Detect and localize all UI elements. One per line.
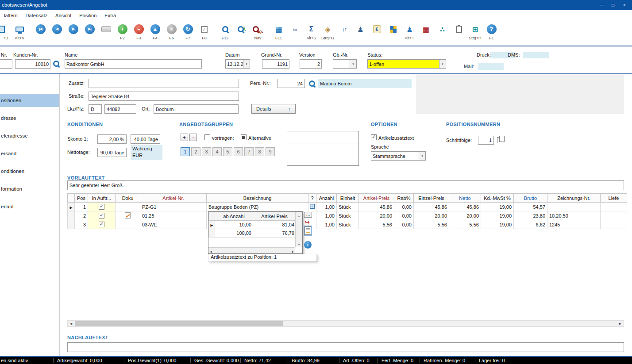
skonto-tage-field[interactable]: 40,00 Tage — [131, 134, 160, 144]
cell-brutto[interactable]: 23,80 — [514, 211, 547, 220]
in-auftrag-checkbox[interactable] — [99, 204, 104, 210]
grund-nr-field[interactable]: 1191 — [262, 59, 289, 69]
cell-in-auftrag[interactable] — [88, 220, 116, 229]
kunden-nr-field[interactable]: 10010 — [15, 59, 50, 69]
artikelzusatztext-checkbox[interactable] — [371, 134, 377, 140]
cell-zeichnungs-nr[interactable]: 10.20.50 — [547, 211, 601, 220]
plz-field[interactable]: 44892 — [104, 104, 136, 114]
cell-mwst[interactable]: 19,00 — [481, 211, 514, 220]
cell-rabatt[interactable]: 0,00 — [394, 203, 414, 211]
nr-field[interactable] — [0, 59, 12, 69]
toolbar-button-help[interactable]: ? F1 — [483, 24, 500, 40]
in-auftrag-checkbox[interactable] — [99, 222, 104, 227]
cell-anzahl[interactable]: 1,00 — [316, 211, 337, 220]
cell-einheit[interactable]: Stück — [337, 203, 359, 211]
pp-cell-ab[interactable]: 10,00 — [215, 221, 253, 229]
alternative-checkbox[interactable] — [241, 134, 247, 140]
toolbar-button-handshake[interactable]: ◈ Strg+G — [320, 24, 336, 40]
gruppe-button-6[interactable]: 6 — [234, 147, 243, 156]
toolbar-button-first-record[interactable]: |◀ — [32, 24, 49, 40]
toolbar-button-person-card[interactable]: ♟ Alt+T — [401, 24, 418, 40]
menu-datensatz[interactable]: Datensatz — [22, 11, 52, 20]
menu-ansicht[interactable]: Ansicht — [51, 11, 75, 20]
kunden-search-icon[interactable] — [53, 60, 60, 67]
name-field[interactable]: Radkontor GmbH — [65, 59, 202, 69]
skonto-field[interactable]: 2,00 % — [97, 134, 127, 144]
scroll-left-icon[interactable] — [68, 321, 74, 326]
cell-flag[interactable] — [308, 203, 316, 211]
cell-einheit[interactable]: Stück — [337, 211, 359, 220]
gruppen-listbox[interactable] — [287, 131, 359, 166]
cell-brutto[interactable]: 6,62 — [514, 220, 547, 229]
cell-bezeichnung[interactable]: Baugruppe Boden (PZ) — [207, 203, 308, 211]
vortragen-checkbox[interactable] — [204, 134, 210, 140]
toolbar-button-sum[interactable]: Σ Alt+S — [303, 24, 320, 40]
sidebar-item-verlauf[interactable]: erlauf — [0, 200, 59, 213]
cell-mwst[interactable]: 19,00 — [481, 203, 514, 211]
cell-netto[interactable]: 5,56 — [449, 220, 481, 229]
pers-search-icon[interactable] — [308, 80, 316, 87]
cell-doku[interactable] — [116, 211, 140, 220]
info-icon[interactable]: i — [304, 241, 312, 249]
popup-vertical-scrollbar[interactable] — [295, 212, 302, 247]
cell-in-auftrag[interactable] — [88, 211, 116, 220]
toolbar-button-page[interactable] — [98, 24, 114, 40]
status-dropdown-icon[interactable] — [439, 60, 446, 68]
cell-rabatt[interactable]: 0,00 — [394, 220, 414, 229]
datum-dropdown-icon[interactable] — [243, 60, 250, 68]
toolbar-button-monitor[interactable]: Alt+V — [12, 24, 28, 40]
cell-liefer[interactable] — [601, 211, 627, 220]
gruppe-button-8[interactable]: 8 — [255, 147, 264, 156]
toolbar-button-cancel[interactable]: × F6 — [163, 24, 180, 40]
scroll-up-icon[interactable] — [298, 213, 301, 218]
status-field[interactable]: 1-offen — [367, 59, 446, 69]
cell-doku[interactable] — [116, 203, 140, 211]
pers-nr-field[interactable]: 24 — [277, 79, 305, 88]
gruppe-button-9[interactable]: 9 — [266, 147, 275, 156]
pp-row-selector[interactable] — [209, 221, 215, 229]
mail-field[interactable] — [478, 63, 504, 70]
cell-artikel-preis[interactable]: 20,00 — [359, 211, 394, 220]
cell-anzahl[interactable]: 1,00 — [316, 203, 337, 211]
document-icon[interactable] — [304, 226, 311, 235]
cell-einzel-preis[interactable]: 45,86 — [414, 203, 449, 211]
toolbar-button-flow-add[interactable]: ⊞ Strg+H — [467, 24, 483, 40]
row-selector[interactable] — [68, 203, 75, 211]
sidebar-item-lieferadresse[interactable]: eferadresse — [0, 129, 59, 142]
toolbar-button-search-sql[interactable]: SQL Nav — [250, 24, 266, 40]
cell-pos[interactable]: 2 — [75, 211, 88, 220]
zusatz-field[interactable] — [89, 79, 239, 88]
sidebar-item-positionen[interactable]: ositionen — [0, 94, 59, 107]
row-selector[interactable] — [68, 211, 75, 220]
menu-position[interactable]: Position — [75, 11, 100, 20]
gruppe-button-2[interactable]: 2 — [191, 147, 200, 156]
cell-artikel-nr[interactable]: 01.25 — [140, 211, 207, 220]
sidebar-item-adresse[interactable]: dresse — [0, 111, 59, 125]
nachlauftext-field[interactable] — [67, 342, 624, 352]
toolbar-button-sort[interactable]: ↓↑ — [336, 24, 352, 40]
cell-netto[interactable]: 20,00 — [449, 211, 481, 220]
schrittfolge-field[interactable]: 1 — [478, 136, 494, 145]
sprache-field[interactable]: Stammsprache — [371, 151, 426, 161]
toolbar-button-confirm[interactable]: ✓ F8 — [196, 24, 212, 40]
toolbar-button-person-note[interactable]: ♟ — [352, 24, 369, 40]
cell-pos[interactable]: 3 — [75, 220, 88, 229]
toolbar-button-new[interactable]: + F2 — [114, 24, 131, 40]
cell-netto[interactable]: 45,86 — [449, 203, 481, 211]
sidebar-item-versand[interactable]: ersand — [0, 147, 59, 160]
table-horizontal-scrollbar[interactable] — [67, 320, 624, 327]
sprache-dropdown-icon[interactable] — [419, 152, 425, 160]
pp-row-selector[interactable] — [209, 229, 215, 238]
toolbar-button-window-partial[interactable]: +D — [0, 24, 12, 40]
pp-cell-ab[interactable]: 100,00 — [215, 229, 253, 238]
pp-cell-preis[interactable]: 81,04 — [253, 221, 296, 229]
toolbar-button-next-record[interactable]: ▶ — [65, 24, 81, 40]
gruppe-remove-button[interactable]: - — [189, 134, 197, 141]
nettotage-field[interactable]: 90,00 Tage — [97, 148, 127, 157]
scroll-down-icon[interactable] — [298, 241, 301, 246]
toolbar-button-invoice-euro[interactable]: € — [369, 24, 385, 40]
minimize-button[interactable]: ─ — [596, 3, 607, 8]
insert-return-icon[interactable]: ↪ — [304, 218, 310, 226]
scroll-left-icon[interactable] — [210, 248, 212, 253]
cell-einzel-preis[interactable]: 5,56 — [414, 220, 449, 229]
